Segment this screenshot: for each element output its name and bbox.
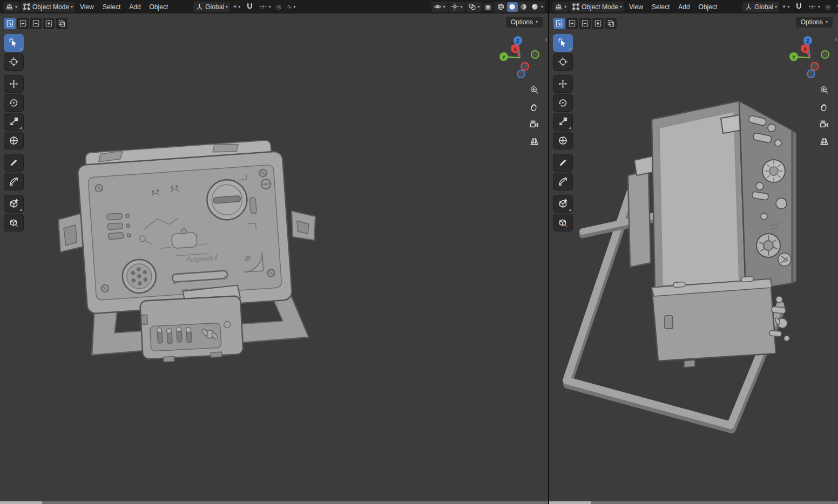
- tool-measure[interactable]: [4, 173, 24, 190]
- viewport-canvas[interactable]: Options ▾: [549, 13, 838, 501]
- annotate-pencil-icon: [558, 158, 568, 168]
- options-dropdown[interactable]: Options ▾: [506, 17, 543, 28]
- tool-select-box[interactable]: [4, 34, 24, 52]
- shading-solid-button[interactable]: [507, 2, 518, 12]
- editor-type-button[interactable]: ▾: [3, 2, 19, 12]
- falloff-dropdown[interactable]: ∿ ▾: [834, 3, 838, 11]
- menu-add[interactable]: Add: [674, 2, 693, 12]
- move-icon: [9, 79, 19, 89]
- model-field-telephone-back[interactable]: [549, 13, 838, 501]
- tool-duplicate[interactable]: [4, 214, 24, 231]
- pan-button[interactable]: [818, 101, 830, 113]
- sidebar-collapse-arrow[interactable]: ‹: [545, 35, 548, 43]
- shading-wireframe-button[interactable]: [496, 2, 506, 12]
- select-mode-subtract-button[interactable]: [579, 18, 591, 29]
- viewport-canvas[interactable]: Fusprech f: [0, 13, 548, 501]
- falloff-dropdown[interactable]: ∿ ▾: [285, 3, 298, 11]
- tool-move[interactable]: [553, 75, 573, 93]
- menu-object[interactable]: Object: [695, 2, 721, 12]
- xray-toggle[interactable]: ▣: [483, 3, 493, 11]
- gizmo-minus-y-ball[interactable]: [821, 51, 829, 58]
- sidebar-collapse-arrow[interactable]: ‹: [835, 35, 837, 43]
- snap-increment-icon: ⊢⊢: [259, 4, 267, 10]
- menu-add[interactable]: Add: [125, 2, 144, 12]
- menu-select[interactable]: Select: [648, 2, 673, 12]
- zoom-button[interactable]: [528, 84, 540, 96]
- tool-scale[interactable]: [553, 113, 573, 131]
- tool-scale[interactable]: [4, 113, 24, 131]
- select-mode-intersect-button[interactable]: [56, 18, 67, 29]
- mode-dropdown[interactable]: Object Mode ▾: [21, 2, 75, 12]
- navigation-gizmo[interactable]: Z X Y: [496, 33, 542, 78]
- gizmo-minus-y-ball[interactable]: [531, 51, 539, 58]
- orientation-dropdown[interactable]: Global ▾: [193, 2, 230, 12]
- gizmo-minus-x-ball[interactable]: [521, 63, 529, 70]
- shading-material-button[interactable]: [518, 2, 529, 12]
- camera-view-button[interactable]: [818, 118, 830, 130]
- gizmo-minus-x-ball[interactable]: [811, 63, 819, 70]
- tool-select-box[interactable]: [553, 34, 573, 52]
- editor-type-button[interactable]: ▾: [552, 2, 569, 12]
- gizmo-minus-z-ball[interactable]: [517, 70, 525, 78]
- tool-rotate[interactable]: [4, 94, 24, 112]
- zoom-button[interactable]: [818, 84, 830, 96]
- proportional-editing-toggle[interactable]: ◎: [274, 3, 284, 11]
- tool-cursor[interactable]: [4, 53, 24, 71]
- show-gizmo-dropdown[interactable]: ▾: [449, 2, 465, 12]
- blender-window: ▾ Object Mode ▾ View Select Add Object G…: [0, 0, 838, 504]
- orientation-dropdown[interactable]: Global ▾: [742, 2, 779, 12]
- tool-annotate[interactable]: [4, 154, 24, 172]
- navigation-gizmo[interactable]: Z X Y: [786, 33, 832, 78]
- select-mode-intersect-button[interactable]: [605, 18, 617, 29]
- snap-target-dropdown[interactable]: ⊢⊢ ▾: [806, 3, 822, 11]
- camera-view-button[interactable]: [528, 118, 540, 130]
- grid-ortho-button[interactable]: [528, 135, 540, 147]
- show-overlays-dropdown[interactable]: ▾: [466, 2, 482, 12]
- menu-object[interactable]: Object: [146, 2, 172, 12]
- select-extend-icon: [568, 19, 576, 28]
- area-corner-handle[interactable]: [0, 501, 42, 504]
- menu-view[interactable]: View: [76, 2, 98, 12]
- snap-target-dropdown[interactable]: ⊢⊢ ▾: [257, 3, 273, 11]
- model-field-telephone-front[interactable]: Fusprech f: [0, 13, 548, 501]
- rendered-sphere-icon: [531, 3, 539, 11]
- area-edge[interactable]: [549, 501, 838, 504]
- menu-select[interactable]: Select: [99, 2, 124, 12]
- object-visibility-dropdown[interactable]: ▾: [431, 2, 448, 12]
- tool-rotate[interactable]: [553, 94, 573, 112]
- tool-cursor[interactable]: [553, 53, 573, 71]
- pivot-point-dropdown[interactable]: ⌖ ▾: [231, 3, 242, 11]
- pivot-point-dropdown[interactable]: ⌖ ▾: [780, 3, 792, 11]
- tool-measure[interactable]: [553, 173, 573, 190]
- material-sphere-icon: [519, 3, 528, 11]
- tool-duplicate[interactable]: [553, 214, 573, 231]
- select-mode-invert-button[interactable]: [43, 18, 55, 29]
- select-mode-new-button[interactable]: [553, 18, 565, 29]
- tool-move[interactable]: [4, 75, 24, 93]
- select-mode-extend-button[interactable]: [17, 18, 29, 29]
- snap-toggle[interactable]: [244, 2, 256, 12]
- proportional-editing-toggle[interactable]: ◎: [823, 3, 833, 11]
- menu-view[interactable]: View: [625, 2, 647, 12]
- shading-rendered-button[interactable]: [530, 2, 540, 12]
- select-mode-new-button[interactable]: [4, 18, 16, 29]
- grid-ortho-button[interactable]: [818, 135, 830, 147]
- hand-icon: [820, 103, 829, 112]
- area-corner-handle[interactable]: [549, 501, 591, 504]
- scale-icon: [558, 117, 568, 127]
- shading-mode-group: ▾: [494, 2, 545, 12]
- snap-toggle[interactable]: [793, 2, 805, 12]
- tool-add-cube[interactable]: [553, 195, 573, 213]
- tool-transform[interactable]: [4, 132, 24, 149]
- area-edge[interactable]: [0, 501, 548, 504]
- tool-transform[interactable]: [553, 132, 573, 149]
- tool-annotate[interactable]: [553, 154, 573, 172]
- options-dropdown[interactable]: Options ▾: [796, 17, 833, 28]
- select-mode-extend-button[interactable]: [566, 18, 578, 29]
- tool-add-cube[interactable]: [4, 195, 24, 213]
- gizmo-minus-z-ball[interactable]: [807, 70, 815, 78]
- select-mode-subtract-button[interactable]: [30, 18, 42, 29]
- mode-dropdown[interactable]: Object Mode ▾: [570, 2, 624, 12]
- select-mode-invert-button[interactable]: [592, 18, 604, 29]
- pan-button[interactable]: [528, 101, 540, 113]
